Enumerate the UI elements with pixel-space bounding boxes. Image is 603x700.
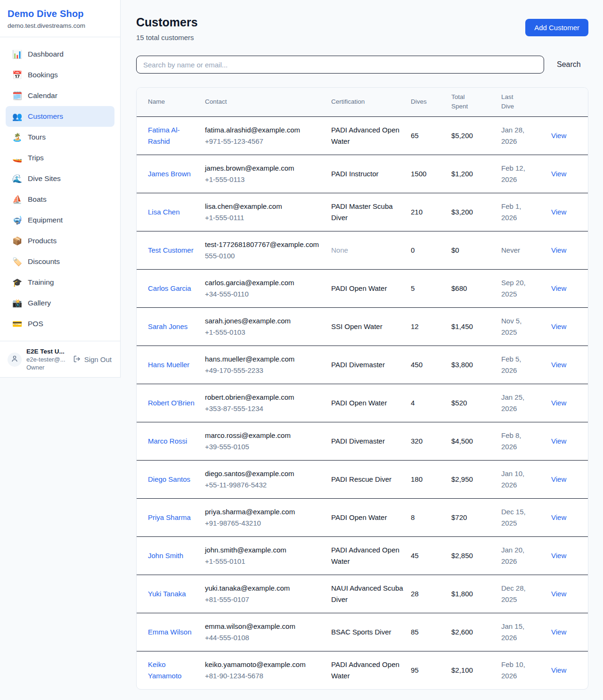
customer-total-spent: $1,800 xyxy=(451,590,473,598)
sidebar-footer: E2E Test U... e2e-tester@... Owner Sign … xyxy=(0,341,120,378)
avatar xyxy=(8,353,22,367)
customer-name-link[interactable]: John Smith xyxy=(148,552,183,560)
column-header-dives: Dives xyxy=(411,88,451,116)
sidebar-item-products[interactable]: 📦 Products xyxy=(6,231,114,251)
customer-last-dive: Dec 28, 2025 xyxy=(501,584,526,603)
view-link[interactable]: View xyxy=(551,170,566,178)
customer-name-link[interactable]: Sarah Jones xyxy=(148,322,187,330)
customer-name-link[interactable]: Priya Sharma xyxy=(148,513,191,521)
sailboat-icon: ⛵ xyxy=(12,195,22,205)
search-button[interactable]: Search xyxy=(557,60,581,69)
sidebar-item-dive-sites[interactable]: 🌊 Dive Sites xyxy=(6,168,114,189)
sidebar-item-customers[interactable]: 👥 Customers xyxy=(6,106,114,127)
customer-phone: 555-0100 xyxy=(205,250,326,262)
view-link[interactable]: View xyxy=(551,590,566,598)
island-icon: 🏝️ xyxy=(12,132,22,142)
view-link[interactable]: View xyxy=(551,246,566,254)
customer-name-link[interactable]: Yuki Tanaka xyxy=(148,590,186,598)
sidebar-item-label: Dashboard xyxy=(28,50,64,58)
customer-total-spent: $2,100 xyxy=(451,666,473,674)
table-row: Hans Mueller hans.mueller@example.com +4… xyxy=(137,346,588,384)
customer-certification: PADI Divemaster xyxy=(331,437,385,445)
view-link[interactable]: View xyxy=(551,322,566,330)
customer-last-dive: Sep 20, 2025 xyxy=(501,279,526,298)
table-row: Yuki Tanaka yuki.tanaka@example.com +81-… xyxy=(137,575,588,613)
customer-dives: 320 xyxy=(411,437,423,445)
customer-name-link[interactable]: Diego Santos xyxy=(148,475,190,483)
table-row: Carlos Garcia carlos.garcia@example.com … xyxy=(137,269,588,307)
view-link[interactable]: View xyxy=(551,284,566,292)
sidebar-item-gallery[interactable]: 📸 Gallery xyxy=(6,293,114,313)
user-role: Owner xyxy=(26,364,68,371)
users-icon: 👥 xyxy=(12,112,22,122)
customer-certification: BSAC Sports Diver xyxy=(331,628,391,636)
view-link[interactable]: View xyxy=(551,628,566,636)
view-link[interactable]: View xyxy=(551,666,566,674)
customer-certification: PADI Master Scuba Diver xyxy=(331,202,393,222)
customer-last-dive: Feb 12, 2026 xyxy=(501,164,525,183)
customer-dives: 210 xyxy=(411,208,423,216)
customer-dives: 180 xyxy=(411,475,423,483)
sidebar-item-calendar[interactable]: 🗓️ Calendar xyxy=(6,85,114,106)
view-link[interactable]: View xyxy=(551,399,566,407)
view-link[interactable]: View xyxy=(551,361,566,369)
customer-total-spent: $2,850 xyxy=(451,552,473,560)
customer-name-link[interactable]: Emma Wilson xyxy=(148,628,192,636)
sidebar-item-boats[interactable]: ⛵ Boats xyxy=(6,189,114,210)
table-row: James Brown james.brown@example.com +1-5… xyxy=(137,155,588,193)
sign-out-button[interactable]: Sign Out xyxy=(73,355,113,364)
page-header: Customers 15 total customers Add Custome… xyxy=(136,16,588,41)
sidebar-item-dashboard[interactable]: 📊 Dashboard xyxy=(6,44,114,65)
customer-name-link[interactable]: Lisa Chen xyxy=(148,208,180,216)
customer-last-dive: Nov 5, 2025 xyxy=(501,317,522,336)
view-link[interactable]: View xyxy=(551,132,566,140)
customer-name-link[interactable]: Fatima Al-Rashid xyxy=(148,126,180,145)
sidebar-item-training[interactable]: 🎓 Training xyxy=(6,272,114,293)
customer-phone: +34-555-0110 xyxy=(205,288,326,300)
search-input[interactable] xyxy=(136,56,544,74)
customer-total-spent: $520 xyxy=(451,399,467,407)
customer-dives: 450 xyxy=(411,361,423,369)
customer-email: robert.obrien@example.com xyxy=(205,392,326,403)
tear-off-calendar-icon: 📅 xyxy=(12,70,22,80)
table-row: Fatima Al-Rashid fatima.alrashid@example… xyxy=(137,116,588,155)
person-avatar-icon xyxy=(11,355,18,364)
customer-name-link[interactable]: Marco Rossi xyxy=(148,437,187,445)
view-link[interactable]: View xyxy=(551,552,566,560)
customer-name-link[interactable]: Keiko Yamamoto xyxy=(148,660,181,680)
search-row: Search xyxy=(136,56,588,74)
customer-total-spent: $4,500 xyxy=(451,437,473,445)
view-link[interactable]: View xyxy=(551,437,566,445)
customer-dives: 45 xyxy=(411,552,419,560)
view-link[interactable]: View xyxy=(551,475,566,483)
customer-email: carlos.garcia@example.com xyxy=(205,277,326,288)
customer-dives: 8 xyxy=(411,513,415,521)
label-tag-icon: 🏷️ xyxy=(12,257,22,267)
add-customer-button[interactable]: Add Customer xyxy=(525,19,588,36)
view-link[interactable]: View xyxy=(551,513,566,521)
customer-dives: 95 xyxy=(411,666,419,674)
sidebar-item-bookings[interactable]: 📅 Bookings xyxy=(6,65,114,85)
customer-total-spent: $720 xyxy=(451,513,467,521)
bar-chart-icon: 📊 xyxy=(12,49,22,59)
sidebar-item-equipment[interactable]: 🤿 Equipment xyxy=(6,210,114,231)
user-name: E2E Test U... xyxy=(26,348,68,355)
customer-name-link[interactable]: Test Customer xyxy=(148,246,194,254)
customer-count: 15 total customers xyxy=(136,33,198,41)
sidebar-item-label: Customers xyxy=(28,112,63,121)
sidebar-item-trips[interactable]: 🚤 Trips xyxy=(6,148,114,168)
customer-name-link[interactable]: Robert O'Brien xyxy=(148,399,195,407)
credit-card-icon: 💳 xyxy=(12,319,22,329)
sidebar-item-tours[interactable]: 🏝️ Tours xyxy=(6,127,114,148)
shop-name: Demo Dive Shop xyxy=(8,8,113,19)
page-title: Customers xyxy=(136,16,198,29)
customer-name-link[interactable]: Hans Mueller xyxy=(148,361,189,369)
view-link[interactable]: View xyxy=(551,208,566,216)
customer-name-link[interactable]: Carlos Garcia xyxy=(148,284,191,292)
sidebar-item-pos[interactable]: 💳 POS xyxy=(6,313,114,334)
sidebar-item-label: POS xyxy=(28,320,43,328)
sidebar-item-label: Tours xyxy=(28,133,46,141)
customer-phone: +971-55-123-4567 xyxy=(205,136,326,147)
customer-name-link[interactable]: James Brown xyxy=(148,170,191,178)
sidebar-item-discounts[interactable]: 🏷️ Discounts xyxy=(6,251,114,272)
